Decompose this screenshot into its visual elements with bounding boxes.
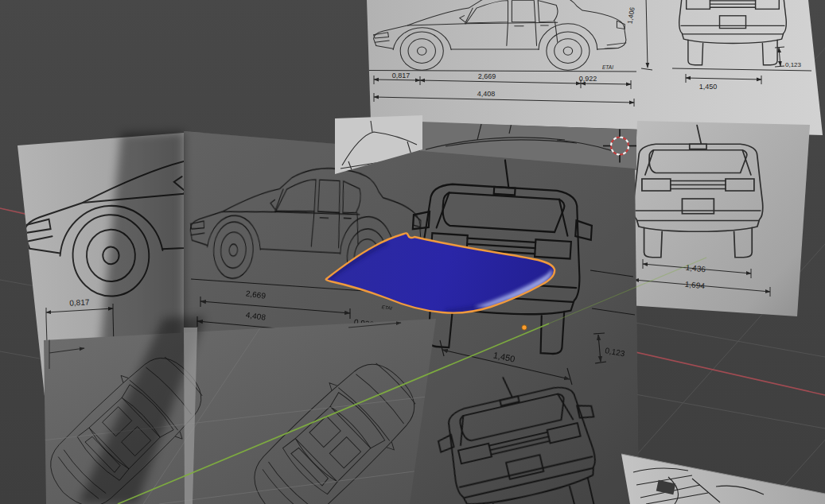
dim-label-top-wheelbase: 2,669 bbox=[478, 72, 496, 80]
dim-label-top-rear-overhang: 0,922 bbox=[579, 75, 597, 83]
blueprint-plane-right[interactable]: 1,436 1,694 bbox=[628, 121, 810, 316]
blender-3d-viewport[interactable]: 0,817 2,669 0,922 4,408 ETAI 1,406 1,450… bbox=[0, 0, 825, 504]
dim-label-left-front-overhang: 0,817 bbox=[69, 297, 90, 307]
dim-label-top-front-overhang: 0,817 bbox=[392, 72, 411, 79]
dim-label-top-length: 4,408 bbox=[477, 90, 496, 98]
dim-label-top-clearance: 0,123 bbox=[785, 61, 802, 68]
blueprint-plane-top[interactable]: 0,817 2,669 0,922 4,408 ETAI 1,406 1,450… bbox=[367, 0, 823, 135]
viewport-canvas[interactable]: 0,817 2,669 0,922 4,408 ETAI 1,406 1,450… bbox=[0, 0, 825, 504]
brand-label-top: ETAI bbox=[602, 64, 613, 70]
dim-label-top-rear-track: 1,450 bbox=[699, 83, 718, 91]
object-origin-indicator bbox=[522, 325, 527, 330]
